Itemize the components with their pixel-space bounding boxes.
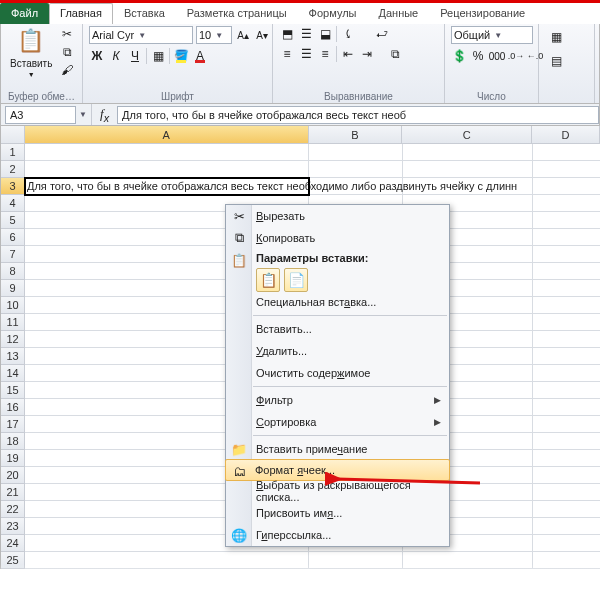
tab-review[interactable]: Рецензирование (429, 3, 536, 24)
cell[interactable] (533, 365, 600, 382)
row-head-1[interactable]: 1 (1, 144, 25, 161)
comma-button[interactable]: 000 (489, 48, 505, 64)
ctx-insert[interactable]: Вставить... (226, 318, 449, 340)
ctx-insert-comment[interactable]: 📁Вставить примечание (226, 438, 449, 460)
accounting-button[interactable]: 💲 (451, 48, 467, 64)
row-head-20[interactable]: 20 (1, 467, 25, 484)
merge-center-button[interactable]: ⧉ (387, 46, 403, 62)
tab-formulas[interactable]: Формулы (298, 3, 368, 24)
cell[interactable] (403, 161, 533, 178)
underline-button[interactable]: Ч (127, 48, 143, 64)
row-head-16[interactable]: 16 (1, 399, 25, 416)
align-bottom-button[interactable]: ⬓ (317, 26, 333, 42)
row-head-13[interactable]: 13 (1, 348, 25, 365)
tab-pagelayout[interactable]: Разметка страницы (176, 3, 298, 24)
font-size-combo[interactable]: 10▼ (196, 26, 232, 44)
cell[interactable] (533, 212, 600, 229)
row-head-15[interactable]: 15 (1, 382, 25, 399)
cell[interactable] (533, 246, 600, 263)
cell[interactable]: Для того, что бы в ячейке отображался ве… (25, 178, 309, 195)
cell[interactable] (25, 161, 309, 178)
paste-option-values[interactable]: 📄 (284, 268, 308, 292)
ctx-sort[interactable]: Сортировка▶ (226, 411, 449, 433)
row-head-12[interactable]: 12 (1, 331, 25, 348)
cell[interactable] (533, 399, 600, 416)
cell[interactable] (533, 348, 600, 365)
name-box[interactable]: A3 (5, 106, 76, 124)
fill-color-button[interactable]: 🪣 (173, 48, 189, 64)
ctx-copy[interactable]: ⧉Копировать (226, 227, 449, 249)
ctx-cut[interactable]: ✂Вырезать (226, 205, 449, 227)
row-head-3[interactable]: 3 (1, 178, 25, 195)
cell[interactable] (25, 144, 309, 161)
row-head-24[interactable]: 24 (1, 535, 25, 552)
row-head-18[interactable]: 18 (1, 433, 25, 450)
row-head-9[interactable]: 9 (1, 280, 25, 297)
percent-button[interactable]: % (470, 48, 486, 64)
cell[interactable] (533, 433, 600, 450)
row-head-23[interactable]: 23 (1, 518, 25, 535)
cell[interactable] (533, 314, 600, 331)
cell[interactable] (533, 382, 600, 399)
align-center-button[interactable]: ☰ (298, 46, 314, 62)
wrap-text-button[interactable]: ⮐ (374, 26, 390, 42)
cell[interactable] (533, 280, 600, 297)
col-head-d[interactable]: D (532, 126, 600, 144)
cell[interactable] (533, 178, 600, 195)
conditional-formatting-button[interactable]: ▦ (545, 26, 567, 48)
tab-home[interactable]: Главная (49, 3, 113, 24)
font-color-button[interactable]: A (192, 48, 208, 64)
formula-input[interactable]: Для того, что бы в ячейке отображался ве… (117, 106, 599, 124)
paste-option-all[interactable]: 📋 (256, 268, 280, 292)
borders-button[interactable]: ▦ (150, 48, 166, 64)
ctx-clear[interactable]: Очистить содержимое (226, 362, 449, 384)
ctx-delete[interactable]: Удалить... (226, 340, 449, 362)
cell[interactable] (533, 467, 600, 484)
cell[interactable] (533, 535, 600, 552)
row-head-7[interactable]: 7 (1, 246, 25, 263)
chevron-down-icon[interactable]: ▼ (79, 110, 87, 119)
tab-file[interactable]: Файл (0, 3, 49, 24)
format-table-button[interactable]: ▤ (545, 50, 567, 72)
col-head-b[interactable]: B (309, 126, 403, 144)
shrink-font-button[interactable]: A▾ (254, 27, 270, 43)
align-left-button[interactable]: ≡ (279, 46, 295, 62)
ctx-pick-from-list[interactable]: Выбрать из раскрывающегося списка... (226, 480, 449, 502)
paste-button[interactable]: 📋 Вставить ▼ (7, 26, 55, 80)
align-top-button[interactable]: ⬒ (279, 26, 295, 42)
row-head-10[interactable]: 10 (1, 297, 25, 314)
cell[interactable] (533, 144, 600, 161)
cell[interactable] (533, 263, 600, 280)
tab-data[interactable]: Данные (367, 3, 429, 24)
align-right-button[interactable]: ≡ (317, 46, 333, 62)
cell[interactable] (533, 297, 600, 314)
cell[interactable] (403, 144, 533, 161)
number-format-combo[interactable]: Общий▼ (451, 26, 533, 44)
grow-font-button[interactable]: A▴ (235, 27, 251, 43)
ctx-paste-special[interactable]: Специальная вставка... (226, 291, 449, 313)
cut-button[interactable]: ✂ (59, 26, 75, 42)
cell[interactable] (309, 144, 403, 161)
orientation-button[interactable]: ⤹ (340, 26, 356, 42)
ctx-hyperlink[interactable]: 🌐Гиперссылка... (226, 524, 449, 546)
ctx-filter[interactable]: Фильтр▶ (226, 389, 449, 411)
copy-button[interactable]: ⧉ (59, 44, 75, 60)
row-head-2[interactable]: 2 (1, 161, 25, 178)
cell[interactable] (533, 161, 600, 178)
bold-button[interactable]: Ж (89, 48, 105, 64)
row-head-22[interactable]: 22 (1, 501, 25, 518)
italic-button[interactable]: К (108, 48, 124, 64)
row-head-14[interactable]: 14 (1, 365, 25, 382)
row-head-19[interactable]: 19 (1, 450, 25, 467)
cell[interactable] (533, 501, 600, 518)
fx-icon[interactable]: fx (92, 106, 117, 124)
row-head-11[interactable]: 11 (1, 314, 25, 331)
format-painter-button[interactable]: 🖌 (59, 62, 75, 78)
row-head-8[interactable]: 8 (1, 263, 25, 280)
cell[interactable] (309, 161, 403, 178)
row-head-4[interactable]: 4 (1, 195, 25, 212)
cell[interactable] (533, 229, 600, 246)
cell[interactable] (533, 518, 600, 535)
increase-indent-button[interactable]: ⇥ (359, 46, 375, 62)
col-head-c[interactable]: C (402, 126, 532, 144)
